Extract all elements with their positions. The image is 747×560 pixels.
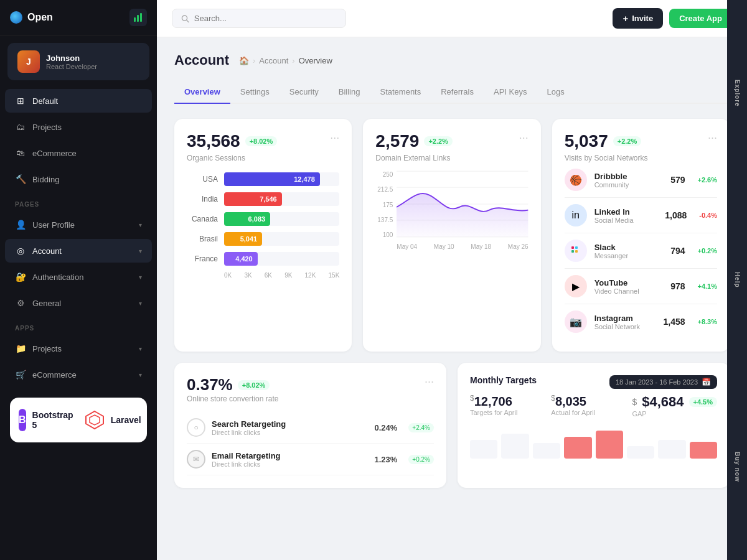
conversion-dots[interactable]: ···	[425, 375, 434, 388]
instagram-icon: 📷	[565, 310, 587, 333]
breadcrumb-account[interactable]: Account	[259, 56, 288, 65]
y-label-1375: 137.5	[375, 217, 393, 223]
social-value: 5,037	[565, 131, 608, 151]
apps-section-label: APPS	[0, 316, 157, 335]
sidebar-item-authentication[interactable]: 🔐 Authentication ▾	[5, 265, 152, 289]
sidebar-chart-btn[interactable]	[129, 9, 147, 26]
actual-april-label: Actual for April	[551, 409, 619, 416]
bar-axis: 0K3K6K9K12K15K	[187, 272, 339, 279]
bar-fill-india: 7,546	[224, 192, 282, 206]
sidebar-item-user-profile[interactable]: 👤 User Profile ▾	[5, 213, 152, 236]
sidebar-item-projects[interactable]: 🗂 Projects	[5, 115, 152, 139]
svg-rect-15	[575, 250, 578, 253]
bar-fill-canada: 6,083	[224, 212, 270, 226]
sidebar-label-default: Default	[32, 96, 58, 106]
page-content: Account 🏠 › Account › Overview Overview …	[157, 37, 747, 560]
domain-dots[interactable]: ···	[519, 131, 529, 144]
tab-referrals[interactable]: Referrals	[431, 81, 484, 104]
tab-logs[interactable]: Logs	[537, 81, 574, 104]
search-icon	[181, 14, 189, 23]
sidebar-item-general[interactable]: ⚙ General ▾	[5, 291, 152, 315]
create-app-button[interactable]: Create App	[669, 9, 732, 28]
monthly-targets-title: Monthly Targets	[470, 375, 537, 385]
topbar: + Invite Create App	[157, 0, 747, 37]
sidebar-item-bidding[interactable]: 🔨 Bidding	[5, 167, 152, 191]
bar-label-canada: Canada	[187, 215, 218, 223]
sidebar-label-ecommerce: eCommerce	[32, 149, 77, 158]
user-card: J Johnson React Developer	[7, 43, 149, 80]
chevron-down-icon-general: ▾	[139, 300, 142, 307]
sidebar-item-default[interactable]: ⊞ Default	[5, 89, 152, 113]
social-row-youtube: ▶ YouTubeVideo Channel 978 +4.1%	[565, 269, 717, 304]
svg-line-6	[187, 20, 189, 22]
organic-dots[interactable]: ···	[330, 131, 339, 144]
sidebar-item-ecommerce-app[interactable]: 🛒 eCommerce ▾	[5, 363, 152, 386]
targets-april-label: Targets for April	[470, 409, 538, 416]
side-action-help[interactable]: Help	[727, 187, 747, 373]
side-action-buy-now[interactable]: Buy now	[727, 373, 747, 560]
tab-security[interactable]: Security	[280, 81, 329, 104]
bar-fill-usa: 12,478	[224, 172, 320, 186]
pages-section-label: PAGES	[0, 192, 157, 212]
social-row-slack: SlackMessanger 794 +0.2%	[565, 233, 717, 269]
sidebar-label-ecommerce-app: eCommerce	[32, 370, 77, 380]
mini-bar-chart	[470, 427, 717, 459]
laravel-icon	[85, 409, 105, 431]
svg-rect-12	[571, 246, 574, 249]
breadcrumb-current: Overview	[299, 56, 332, 65]
svg-rect-1	[137, 15, 139, 22]
conversion-badge: +8.02%	[238, 380, 270, 390]
grid-icon: ⊞	[15, 95, 26, 106]
bag-app-icon: 🛒	[15, 369, 26, 380]
sidebar-item-ecommerce[interactable]: 🛍 eCommerce	[5, 141, 152, 165]
page-header: Account 🏠 › Account › Overview	[174, 52, 730, 68]
dribbble-icon: 🏀	[565, 169, 587, 191]
tab-api-keys[interactable]: API Keys	[484, 81, 537, 104]
monthly-targets-card: Monthly Targets 18 Jan 2023 - 16 Feb 202…	[458, 363, 730, 488]
avatar: J	[17, 50, 40, 73]
search-box[interactable]	[172, 9, 346, 28]
stats-grid: 35,568 +8.02% Organic Sessions ··· USA12…	[174, 119, 730, 352]
svg-rect-14	[571, 250, 574, 253]
bar-label-usa: USA	[187, 175, 218, 184]
chevron-down-icon: ▾	[139, 222, 142, 228]
tab-settings[interactable]: Settings	[230, 81, 280, 104]
gap-badge: +4.5%	[689, 397, 718, 407]
youtube-icon: ▶	[565, 275, 587, 297]
retarget-row-search: ○ Search Retargeting Direct link clicks …	[187, 412, 434, 444]
social-list: 🏀 DribbbleCommunity 579 +2.6% in Linked …	[565, 162, 717, 339]
tab-billing[interactable]: Billing	[329, 81, 370, 104]
search-input[interactable]	[194, 14, 337, 23]
bag-icon: 🛍	[15, 147, 26, 159]
bottom-grid: 0.37% +8.02% Online store convertion rat…	[174, 363, 730, 488]
social-badge: +2.2%	[613, 136, 642, 146]
breadcrumb: 🏠 › Account › Overview	[239, 56, 332, 65]
x-label-may18: May 18	[471, 243, 491, 250]
svg-rect-13	[575, 246, 578, 249]
line-chart-svg	[397, 170, 528, 238]
tab-statements[interactable]: Statements	[370, 81, 431, 104]
x-label-may04: May 04	[397, 243, 417, 250]
organic-badge: +8.02%	[245, 136, 278, 146]
bar-fill-france: 4,420	[224, 252, 258, 266]
sidebar-label-general: General	[32, 299, 61, 308]
retarget-email-icon: ✉	[187, 450, 205, 469]
chevron-down-icon-proj: ▾	[139, 345, 142, 352]
logo-icon	[10, 11, 22, 24]
social-dots[interactable]: ···	[708, 131, 717, 144]
sidebar-label-bidding: Bidding	[32, 175, 59, 184]
slack-icon	[565, 240, 587, 262]
side-action-explore[interactable]: Explore	[727, 0, 747, 187]
sidebar: Open J Johnson React Developer ⊞ Default…	[0, 0, 157, 560]
user-role: React Developer	[46, 63, 97, 70]
invite-button[interactable]: + Invite	[613, 8, 663, 29]
tab-overview[interactable]: Overview	[174, 81, 230, 104]
sidebar-item-account[interactable]: ◎ Account ▾	[5, 239, 152, 263]
sidebar-item-projects-app[interactable]: 📁 Projects ▾	[5, 337, 152, 360]
laravel-label: Laravel	[111, 415, 141, 425]
targets-april: $12,706 Targets for April	[470, 394, 538, 418]
social-row-instagram: 📷 InstagramSocial Network 1,458 +8.3%	[565, 304, 717, 339]
sidebar-label-user-profile: User Profile	[32, 220, 75, 230]
social-label: Visits by Social Networks	[565, 154, 648, 162]
actual-april: $8,035 Actual for April	[551, 394, 619, 418]
